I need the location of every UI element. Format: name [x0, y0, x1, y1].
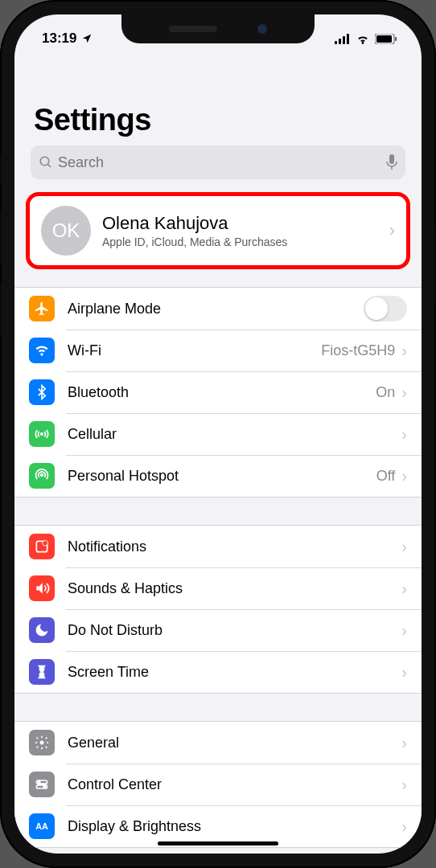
apple-id-profile-row[interactable]: OK Olena Kahujova Apple ID, iCloud, Medi… — [26, 192, 410, 269]
svg-rect-3 — [347, 34, 349, 44]
svg-rect-1 — [339, 39, 341, 44]
chevron-right-icon: › — [401, 776, 407, 794]
search-bar[interactable] — [31, 145, 405, 179]
svg-rect-6 — [395, 37, 397, 41]
settings-row-cellular[interactable]: Cellular› — [14, 413, 422, 455]
chevron-right-icon: › — [401, 734, 407, 752]
row-label: Notifications — [68, 538, 401, 555]
profile-name: Olena Kahujova — [102, 213, 378, 234]
chevron-right-icon: › — [401, 817, 407, 836]
chevron-right-icon: › — [401, 342, 407, 360]
row-label: Screen Time — [68, 664, 401, 681]
svg-point-19 — [43, 786, 46, 788]
svg-point-12 — [41, 474, 43, 477]
notifications-icon — [29, 534, 55, 559]
chevron-right-icon: › — [389, 220, 395, 241]
row-label: Sounds & Haptics — [68, 580, 401, 597]
svg-point-7 — [40, 157, 49, 166]
row-label: Display & Brightness — [68, 818, 401, 835]
svg-point-17 — [38, 781, 40, 784]
chevron-right-icon: › — [401, 467, 407, 485]
row-label: Cellular — [68, 426, 401, 443]
chevron-right-icon: › — [401, 383, 407, 402]
row-label: Airplane Mode — [68, 301, 364, 317]
chevron-right-icon: › — [401, 663, 407, 682]
hotspot-icon — [29, 463, 55, 489]
chevron-right-icon: › — [401, 425, 407, 444]
toggle-airplane-mode[interactable] — [364, 296, 407, 321]
row-label: Personal Hotspot — [68, 468, 376, 485]
display-icon: AA — [29, 813, 55, 839]
settings-row-sounds-haptics[interactable]: Sounds & Haptics› — [14, 567, 422, 609]
svg-rect-2 — [343, 36, 345, 44]
home-indicator[interactable] — [158, 841, 278, 845]
screentime-icon — [29, 659, 55, 685]
bluetooth-icon — [29, 379, 55, 405]
cell-signal-icon — [335, 34, 351, 44]
sounds-icon — [29, 575, 55, 601]
settings-row-screen-time[interactable]: Screen Time› — [14, 651, 422, 693]
row-label: Control Center — [68, 776, 401, 793]
page-title: Settings — [14, 79, 422, 145]
settings-row-do-not-disturb[interactable]: Do Not Disturb› — [14, 609, 422, 651]
settings-row-control-center[interactable]: Control Center› — [14, 764, 422, 805]
location-icon — [81, 33, 93, 44]
row-label: General — [68, 735, 401, 751]
general-icon — [29, 730, 55, 755]
airplane-icon — [29, 296, 55, 321]
row-label: Bluetooth — [68, 384, 376, 401]
svg-point-15 — [40, 741, 44, 745]
chevron-right-icon: › — [401, 621, 407, 640]
settings-row-bluetooth[interactable]: BluetoothOn› — [14, 371, 422, 413]
chevron-right-icon: › — [401, 579, 407, 598]
settings-row-wi-fi[interactable]: Wi-FiFios-tG5H9› — [14, 330, 422, 371]
svg-text:AA: AA — [35, 821, 48, 831]
dnd-icon — [29, 617, 55, 643]
battery-icon — [375, 34, 397, 44]
settings-row-general[interactable]: General› — [14, 722, 422, 764]
svg-point-14 — [43, 541, 48, 547]
controlcenter-icon — [29, 772, 55, 797]
avatar-initials: OK — [52, 219, 80, 242]
row-label: Wi-Fi — [68, 342, 321, 359]
row-value: Fios-tG5H9 — [321, 342, 395, 359]
search-icon — [39, 155, 53, 170]
settings-row-personal-hotspot[interactable]: Personal HotspotOff› — [14, 455, 422, 497]
svg-rect-9 — [389, 154, 394, 164]
wifi-icon — [29, 338, 55, 363]
avatar: OK — [41, 206, 91, 256]
wifi-icon — [356, 34, 370, 44]
cellular-icon — [29, 421, 55, 447]
svg-rect-5 — [376, 35, 392, 43]
svg-line-8 — [47, 164, 51, 167]
settings-row-airplane-mode[interactable]: Airplane Mode — [14, 288, 422, 330]
mic-icon[interactable] — [386, 154, 397, 170]
row-value: Off — [376, 468, 396, 485]
statusbar-time: 13:19 — [42, 31, 76, 47]
profile-subtitle: Apple ID, iCloud, Media & Purchases — [102, 235, 378, 248]
row-label: Do Not Disturb — [68, 622, 401, 639]
svg-point-11 — [41, 433, 43, 436]
search-input[interactable] — [58, 154, 386, 171]
chevron-right-icon: › — [401, 538, 407, 556]
row-value: On — [376, 384, 395, 401]
svg-rect-0 — [335, 41, 337, 44]
settings-row-notifications[interactable]: Notifications› — [14, 526, 422, 567]
